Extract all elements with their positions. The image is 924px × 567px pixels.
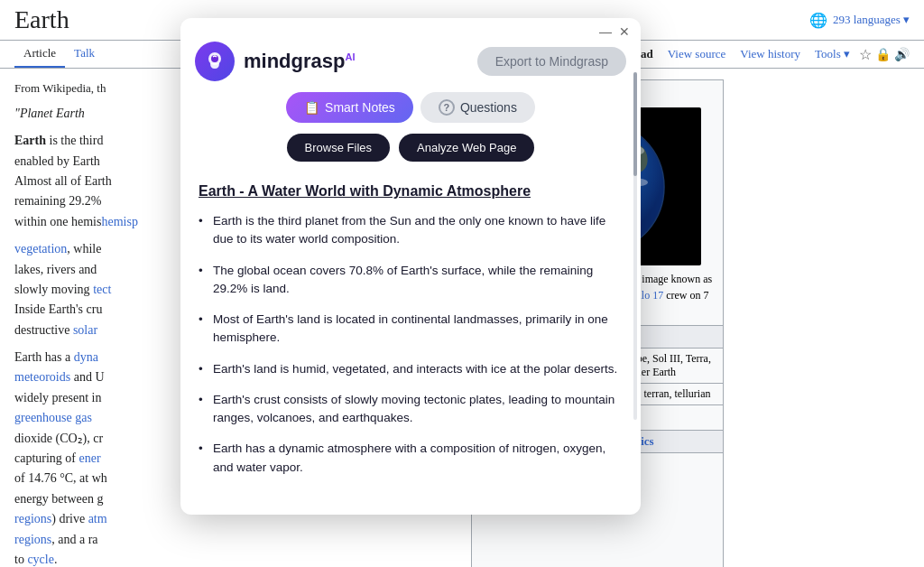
mindgrasp-logo: mindgraspAI (195, 42, 355, 81)
smart-notes-icon: 📋 (304, 100, 319, 115)
star-icon[interactable]: ☆ (859, 46, 872, 63)
bullet-3: Most of Earth's land is located in conti… (199, 311, 623, 348)
tab-view-source[interactable]: View source (662, 42, 732, 67)
tab-tools[interactable]: Tools ▾ (809, 42, 855, 67)
mindgrasp-modal: — ✕ mindgraspAI Export to Mindgrasp (180, 18, 641, 515)
smart-notes-tab[interactable]: 📋 Smart Notes (286, 92, 413, 123)
bullet-6: Earth has a dynamic atmosphere with a co… (199, 440, 623, 477)
bullet-5: Earth's crust consists of slowly moving … (199, 391, 623, 428)
tab-view-history[interactable]: View history (735, 42, 806, 67)
logo-text: mindgraspAI (244, 50, 355, 73)
bullet-2: The global ocean covers 70.8% of Earth's… (199, 262, 623, 299)
languages-btn[interactable]: 293 languages ▾ (833, 13, 910, 27)
page-title: Earth (14, 5, 69, 34)
lock-icon: 🔒 (875, 47, 891, 62)
scrollbar-track[interactable] (633, 72, 637, 420)
translate-icon: 🌐 (809, 12, 827, 29)
content-title: Earth - A Water World with Dynamic Atmos… (199, 183, 623, 200)
bullet-1: Earth is the third planet from the Sun a… (199, 212, 623, 249)
bullet-list: Earth is the third planet from the Sun a… (199, 212, 623, 477)
questions-icon: ? (439, 99, 455, 116)
tab-article[interactable]: Article (14, 41, 65, 68)
export-button[interactable]: Export to Mindgrasp (477, 47, 626, 76)
audio-icon[interactable]: 🔊 (894, 47, 910, 62)
minimize-button[interactable]: — (599, 25, 612, 38)
scrollbar-thumb[interactable] (633, 72, 637, 176)
analyze-webpage-button[interactable]: Analyze Web Page (399, 134, 534, 162)
modal-content-area: Earth - A Water World with Dynamic Atmos… (180, 176, 641, 497)
logo-icon (195, 42, 235, 81)
close-button[interactable]: ✕ (619, 25, 630, 38)
browse-files-button[interactable]: Browse Files (287, 134, 390, 162)
questions-tab[interactable]: ? Questions (420, 92, 535, 123)
bullet-4: Earth's land is humid, vegetated, and in… (199, 360, 623, 378)
tab-talk[interactable]: Talk (65, 41, 104, 68)
